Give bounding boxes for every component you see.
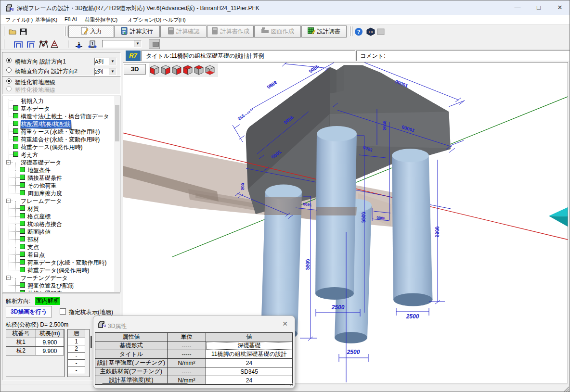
svg-text:F8: F8 — [102, 324, 106, 328]
svg-text:500: 500 — [240, 183, 245, 190]
svg-text:1: 1 — [78, 41, 80, 46]
svg-text:F8: F8 — [10, 7, 13, 12]
svg-text:325: 325 — [236, 113, 246, 122]
svg-text:9900: 9900 — [305, 259, 310, 270]
svg-text:9900: 9900 — [361, 212, 366, 223]
svg-text:9980: 9980 — [266, 79, 278, 90]
svg-text:4500: 4500 — [308, 63, 320, 74]
svg-text:?: ? — [357, 29, 361, 35]
svg-text:2500: 2500 — [347, 349, 360, 355]
svg-text:F8: F8 — [369, 30, 373, 34]
svg-text:5000: 5000 — [382, 121, 387, 130]
svg-text:1: 1 — [91, 41, 93, 46]
svg-text:2500: 2500 — [406, 313, 419, 320]
svg-text:2500: 2500 — [331, 304, 345, 311]
svg-text:9900: 9900 — [434, 226, 440, 237]
